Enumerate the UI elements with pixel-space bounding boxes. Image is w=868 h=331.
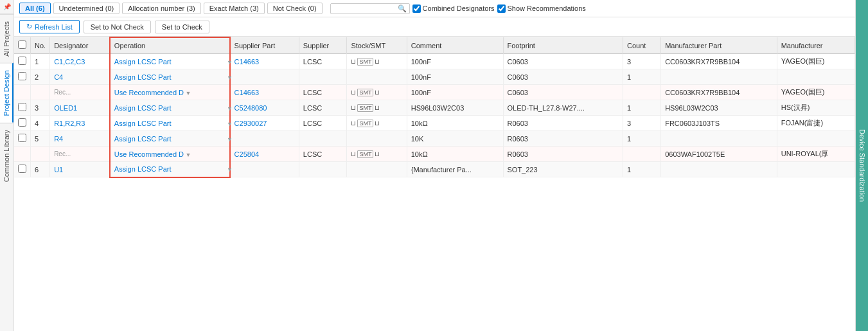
select-all-checkbox[interactable] — [18, 40, 26, 49]
table-body: 1C1,C2,C3Assign LCSC Part ▼C14663LCSC⊔SM… — [14, 54, 855, 177]
operation-dropdown-arrow[interactable]: ▼ — [226, 121, 233, 127]
header-stock-smt: Stock/SMT — [347, 37, 407, 54]
operation-dropdown-arrow[interactable]: ▼ — [184, 152, 191, 158]
tab-allocation[interactable]: Allocation number (3) — [122, 3, 201, 14]
sidebar-item-project-design[interactable]: Project Design — [0, 63, 13, 123]
smt-icon2: ⊔ — [375, 89, 380, 96]
header-supplier: Supplier — [299, 37, 347, 54]
cell-count — [623, 147, 660, 162]
operation-dropdown-arrow[interactable]: ▼ — [226, 105, 233, 112]
smt-icon2: ⊔ — [375, 150, 380, 157]
show-recommendations-checkbox[interactable] — [497, 4, 506, 13]
header-checkbox[interactable] — [14, 37, 31, 54]
sidebar-item-common-library[interactable]: Common Library — [0, 123, 13, 188]
cell-manufacturer-part: HS96L03W2C03 — [661, 100, 777, 116]
cell-designator[interactable]: C4 — [50, 69, 110, 85]
row-checkbox[interactable] — [18, 134, 26, 142]
assign-lcsc-part-button[interactable]: Assign LCSC Part — [114, 135, 226, 143]
set-not-check-button[interactable]: Set to Not Check — [84, 21, 151, 33]
cell-stock-smt — [347, 69, 407, 85]
cell-manufacturer — [777, 131, 855, 147]
cell-footprint: C0603 — [503, 85, 623, 100]
sidebar-item-all-projects[interactable]: All Projects — [0, 14, 13, 63]
cell-manufacturer-part: FRC0603J103TS — [661, 116, 777, 131]
row-checkbox[interactable] — [18, 103, 26, 111]
search-box[interactable]: 🔍 — [330, 3, 410, 14]
operation-dropdown-arrow[interactable]: ▼ — [226, 166, 233, 173]
cell-checkbox[interactable] — [14, 54, 31, 69]
cell-comment: 100nF — [407, 54, 503, 69]
cell-checkbox[interactable] — [14, 85, 31, 100]
cell-operation[interactable]: Assign LCSC Part ▼ — [110, 162, 230, 177]
set-check-button[interactable]: Set to Check — [155, 21, 209, 33]
cell-designator[interactable]: C1,C2,C3 — [50, 54, 110, 69]
tab-notcheck[interactable]: Not Check (0) — [267, 3, 323, 14]
cell-stock-smt: ⊔SMT⊔ — [347, 100, 407, 116]
cell-supplier-part — [230, 162, 299, 177]
operation-dropdown-arrow[interactable]: ▼ — [226, 75, 233, 81]
refresh-list-button[interactable]: ↻ Refresh List — [19, 20, 80, 33]
use-recommended-button[interactable]: Use Recommended D — [114, 150, 184, 158]
cell-operation[interactable]: Use Recommended D ▼ — [110, 85, 230, 100]
cell-checkbox[interactable] — [14, 147, 31, 162]
cell-supplier: LCSC — [299, 54, 347, 69]
stock-icon: ⊔ — [351, 150, 356, 157]
cell-comment: HS96L03W2C03 — [407, 100, 503, 116]
cell-operation[interactable]: Assign LCSC Part ▼ — [110, 100, 230, 116]
right-sidebar-device-standardization[interactable]: Device Standardization — [856, 0, 869, 331]
cell-checkbox[interactable] — [14, 116, 31, 131]
cell-count: 1 — [623, 69, 660, 85]
parts-table: No. Designator Operation Supplier Part S… — [14, 37, 855, 178]
header-manufacturer: Manufacturer — [777, 37, 855, 54]
cell-operation[interactable]: Use Recommended D ▼ — [110, 147, 230, 162]
cell-checkbox[interactable] — [14, 131, 31, 147]
operation-dropdown-arrow[interactable]: ▼ — [226, 136, 233, 143]
cell-checkbox[interactable] — [14, 100, 31, 116]
cell-supplier-part — [230, 69, 299, 85]
cell-operation[interactable]: Assign LCSC Part ▼ — [110, 69, 230, 85]
sidebar-pin-icon[interactable]: 📌 — [0, 0, 14, 14]
cell-designator[interactable]: R4 — [50, 131, 110, 147]
use-recommended-button[interactable]: Use Recommended D — [114, 89, 184, 96]
table-header-row: No. Designator Operation Supplier Part S… — [14, 37, 855, 54]
operation-dropdown-arrow[interactable]: ▼ — [184, 90, 191, 96]
cell-supplier-part: C5248080 — [230, 100, 299, 116]
operation-dropdown-arrow[interactable]: ▼ — [226, 59, 233, 66]
cell-designator[interactable]: R1,R2,R3 — [50, 116, 110, 131]
cell-supplier-part: C2930027 — [230, 116, 299, 131]
row-checkbox[interactable] — [18, 118, 26, 127]
cell-manufacturer-part — [661, 162, 777, 177]
combined-designators-label[interactable]: Combined Designators — [412, 4, 495, 13]
assign-lcsc-part-button[interactable]: Assign LCSC Part — [114, 58, 226, 66]
assign-lcsc-part-button[interactable]: Assign LCSC Part — [114, 73, 226, 81]
assign-lcsc-part-button[interactable]: Assign LCSC Part — [114, 165, 226, 173]
cell-checkbox[interactable] — [14, 162, 31, 177]
combined-designators-checkbox[interactable] — [412, 4, 421, 13]
assign-lcsc-part-button[interactable]: Assign LCSC Part — [114, 104, 226, 112]
cell-footprint: R0603 — [503, 131, 623, 147]
cell-supplier: LCSC — [299, 147, 347, 162]
tab-exact[interactable]: Exact Match (3) — [204, 3, 265, 14]
cell-stock-smt: ⊔SMT⊔ — [347, 116, 407, 131]
cell-comment: 100nF — [407, 69, 503, 85]
cell-supplier: LCSC — [299, 85, 347, 100]
cell-no — [31, 147, 50, 162]
cell-operation[interactable]: Assign LCSC Part ▼ — [110, 131, 230, 147]
cell-operation[interactable]: Assign LCSC Part ▼ — [110, 54, 230, 69]
assign-lcsc-part-button[interactable]: Assign LCSC Part — [114, 120, 226, 127]
cell-designator[interactable]: OLED1 — [50, 100, 110, 116]
tab-undetermined[interactable]: Undetermined (0) — [53, 3, 120, 14]
row-checkbox[interactable] — [18, 72, 26, 80]
header-supplier-part: Supplier Part — [230, 37, 299, 54]
cell-checkbox[interactable] — [14, 69, 31, 85]
tab-all[interactable]: All (6) — [19, 3, 51, 14]
cell-manufacturer: YAGEO(国巨) — [777, 54, 855, 69]
cell-supplier: LCSC — [299, 116, 347, 131]
search-input[interactable] — [333, 4, 398, 12]
row-checkbox[interactable] — [18, 165, 26, 173]
show-recommendations-label[interactable]: Show Recommendations — [497, 4, 586, 13]
row-checkbox[interactable] — [18, 57, 26, 65]
cell-operation[interactable]: Assign LCSC Part ▼ — [110, 116, 230, 131]
cell-designator[interactable]: U1 — [50, 162, 110, 177]
table-row: 4R1,R2,R3Assign LCSC Part ▼C2930027LCSC⊔… — [14, 116, 855, 131]
